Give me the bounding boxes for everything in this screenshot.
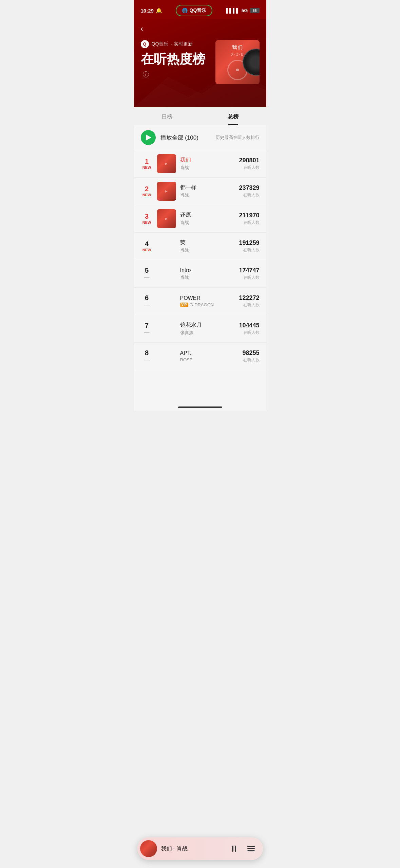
list-item[interactable]: 3 NEW ▶ 还原 肖战 211970 在听人数 [134,205,266,233]
song-title: 我们 [180,157,235,164]
listener-count: 122272 [239,294,259,302]
song-artist: 肖战 [180,247,235,253]
song-list: 1 NEW ▶ 我们 肖战 290801 在听人数 2 NEW [134,150,266,401]
rank-column: 8 — [141,349,153,363]
song-count-column: 174747 在听人数 [239,267,259,281]
song-no-thumb [157,292,176,311]
home-indicator [134,401,266,411]
tab-daily[interactable]: 日榜 [134,107,200,125]
song-title: POWER [180,295,235,301]
song-title: 还原 [180,212,235,219]
song-artist: 张真源 [180,330,235,336]
song-no-thumb [157,237,176,256]
song-no-thumb [157,264,176,283]
play-all-row: 播放全部 (100) 历史最高在听人数排行 [134,125,266,150]
update-label: · 实时更新 [171,41,193,47]
rank-column: 5 — [141,267,153,281]
song-info: 还原 肖战 [180,212,235,226]
rank-number: 8 [141,349,153,356]
song-thumbnail: ▶ [157,154,176,173]
list-item[interactable]: 8 — APT. ROSE 98255 在听人数 [134,343,266,370]
count-label: 在听人数 [239,192,259,198]
rank-number: 5 [141,267,153,274]
song-info: POWER VIP G-DRAGON [180,295,235,307]
play-icon [146,134,151,141]
count-label: 在听人数 [242,357,259,363]
song-count-column: 98255 在听人数 [242,349,259,363]
play-all-button[interactable] [141,130,156,145]
rank-number: 3 [141,213,153,220]
song-info: APT. ROSE [180,350,239,362]
status-app-badge: 🌐 QQ音乐 [176,5,213,16]
home-bar [178,406,222,408]
listener-count: 237329 [239,184,259,192]
song-info: 我们 肖战 [180,157,235,171]
count-label: 在听人数 [239,275,259,281]
back-button[interactable]: ‹ [141,24,143,33]
song-title: Intro [180,267,235,273]
song-count-column: 191259 在听人数 [239,239,259,253]
listener-count: 174747 [239,267,259,274]
count-label: 在听人数 [239,330,259,336]
hero-album-art: 我 们 X · Z · B [215,40,260,84]
rank-column: 6 — [141,294,153,308]
song-title: 镜花水月 [180,322,235,329]
list-item[interactable]: 1 NEW ▶ 我们 肖战 290801 在听人数 [134,150,266,178]
rank-dash: — [141,302,153,308]
song-info: 都一样 肖战 [180,184,235,198]
song-artist: ROSE [180,357,239,362]
qq-logo-icon: Q [141,40,149,48]
play-all-left: 播放全部 (100) [141,130,198,145]
song-count-column: 290801 在听人数 [239,157,259,170]
list-item[interactable]: 2 NEW ▶ 都一样 肖战 237329 在听人数 [134,178,266,205]
rank-number: 2 [141,185,153,192]
rank-column: 4 NEW [141,240,153,252]
listener-count: 290801 [239,157,259,164]
vip-badge: VIP [180,303,188,307]
song-no-thumb [157,347,176,366]
song-info: 荧 肖战 [180,239,235,253]
list-item[interactable]: 7 — 镜花水月 张真源 104445 在听人数 [134,315,266,343]
new-badge: NEW [141,193,153,197]
list-item[interactable]: 6 — POWER VIP G-DRAGON 122272 在听人数 [134,288,266,315]
brand-name: QQ音乐 [152,41,169,47]
song-artist: 肖战 [180,274,235,281]
rank-number: 1 [141,158,153,165]
listener-count: 191259 [239,239,259,247]
count-label: 在听人数 [239,220,259,225]
network-type: 5G [242,8,248,13]
tab-total[interactable]: 总榜 [200,107,266,125]
play-all-label: 播放全部 (100) [160,134,198,142]
rank-column: 2 NEW [141,185,153,197]
song-count-column: 211970 在听人数 [239,212,259,225]
hero-section: ‹ Q QQ音乐 · 实时更新 在听热度榜 i 我 们 X · Z · B [134,19,266,107]
song-thumbnail: ▶ [157,209,176,228]
rank-number: 6 [141,294,153,301]
rank-number: 4 [141,240,153,247]
count-label: 在听人数 [239,247,259,253]
song-count-column: 122272 在听人数 [239,294,259,308]
app-globe-icon: 🌐 [182,8,188,13]
song-info: Intro 肖战 [180,267,235,281]
new-badge: NEW [141,165,153,169]
count-label: 在听人数 [239,302,259,308]
song-artist: 肖战 [180,165,235,171]
song-thumbnail: ▶ [157,182,176,201]
song-count-column: 237329 在听人数 [239,184,259,198]
rank-dash: — [141,274,153,281]
listener-count: 98255 [242,349,259,357]
listener-count: 104445 [239,322,259,329]
history-label: 历史最高在听人数排行 [215,134,260,141]
list-item[interactable]: 4 NEW 荧 肖战 191259 在听人数 [134,233,266,260]
list-item[interactable]: 5 — Intro 肖战 174747 在听人数 [134,260,266,288]
status-time: 10:29 [141,8,154,14]
song-artist: 肖战 [180,220,235,226]
song-info: 镜花水月 张真源 [180,322,235,336]
status-right: ▌▌▌▌ 5G 55 [226,8,259,13]
song-artist: 肖战 [180,192,235,198]
status-left: 10:29 🔔 [141,7,162,14]
rank-column: 7 — [141,322,153,336]
song-artist: VIP G-DRAGON [180,302,235,307]
signal-icon: ▌▌▌▌ [226,8,240,13]
hero-brand: Q QQ音乐 · 实时更新 [141,40,215,48]
